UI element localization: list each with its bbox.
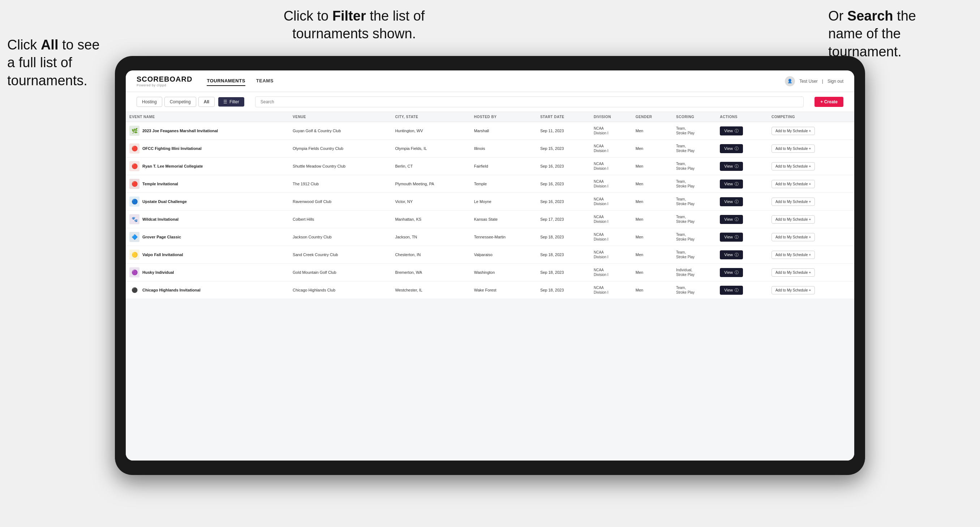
cell-date-2: Sep 16, 2023: [537, 157, 590, 175]
view-button-5[interactable]: View ⓘ: [720, 215, 743, 224]
add-schedule-btn-7[interactable]: Add to My Schedule +: [772, 251, 815, 259]
cell-hosted-0: Marshall: [471, 122, 537, 140]
cell-actions-8: View ⓘ: [716, 264, 768, 281]
cell-hosted-7: Valparaiso: [471, 246, 537, 264]
view-button-8[interactable]: View ⓘ: [720, 268, 743, 277]
logo-sub: Powered by clippd: [137, 83, 192, 87]
cell-city-7: Chesterton, IN: [391, 246, 470, 264]
annotation-left: Click All to see a full list of tourname…: [7, 36, 123, 90]
col-city-state: CITY, STATE: [391, 112, 470, 122]
nav-tab-teams[interactable]: TEAMS: [256, 76, 274, 86]
tournaments-table: EVENT NAME VENUE CITY, STATE HOSTED BY S…: [126, 112, 854, 299]
view-button-7[interactable]: View ⓘ: [720, 250, 743, 259]
col-start-date: START DATE: [537, 112, 590, 122]
team-logo-3: 🔴: [129, 179, 140, 189]
cell-gender-7: Men: [632, 246, 673, 264]
cell-scoring-4: Team,Stroke Play: [673, 193, 716, 211]
annotation-top-center: Click to Filter the list oftournaments s…: [246, 7, 463, 43]
cell-venue-4: Ravenwood Golf Club: [289, 193, 391, 211]
sign-out-link[interactable]: Sign out: [827, 79, 843, 84]
cell-competing-2: Add to My Schedule +: [768, 157, 854, 175]
event-name-3: Temple Invitational: [142, 182, 178, 186]
cell-division-1: NCAADivision I: [590, 140, 632, 157]
create-button[interactable]: + Create: [815, 97, 843, 107]
view-button-3[interactable]: View ⓘ: [720, 179, 743, 189]
header-separator: |: [822, 79, 823, 84]
cell-actions-4: View ⓘ: [716, 193, 768, 211]
nav-tabs: TOURNAMENTS TEAMS: [207, 76, 785, 86]
cell-gender-1: Men: [632, 140, 673, 157]
cell-date-1: Sep 15, 2023: [537, 140, 590, 157]
col-gender: GENDER: [632, 112, 673, 122]
event-name-5: Wildcat Invitational: [142, 217, 178, 221]
cell-gender-2: Men: [632, 157, 673, 175]
view-button-4[interactable]: View ⓘ: [720, 197, 743, 206]
view-button-1[interactable]: View ⓘ: [720, 144, 743, 153]
filter-button[interactable]: ☰ Filter: [218, 97, 244, 106]
add-schedule-btn-6[interactable]: Add to My Schedule +: [772, 233, 815, 241]
view-button-6[interactable]: View ⓘ: [720, 233, 743, 242]
add-schedule-btn-4[interactable]: Add to My Schedule +: [772, 198, 815, 206]
view-button-0[interactable]: View ⓘ: [720, 126, 743, 135]
team-logo-2: 🔴: [129, 161, 140, 171]
cell-venue-1: Olympia Fields Country Club: [289, 140, 391, 157]
table-container: EVENT NAME VENUE CITY, STATE HOSTED BY S…: [126, 112, 854, 460]
col-competing: COMPETING: [768, 112, 854, 122]
cell-date-5: Sep 17, 2023: [537, 211, 590, 228]
cell-gender-4: Men: [632, 193, 673, 211]
nav-tab-tournaments[interactable]: TOURNAMENTS: [207, 76, 245, 86]
view-button-2[interactable]: View ⓘ: [720, 162, 743, 171]
filter-icon: ☰: [223, 99, 227, 105]
add-schedule-btn-5[interactable]: Add to My Schedule +: [772, 215, 815, 224]
toolbar: Hosting Competing All ☰ Filter + Create: [126, 92, 854, 112]
cell-actions-5: View ⓘ: [716, 211, 768, 228]
cell-date-7: Sep 18, 2023: [537, 246, 590, 264]
cell-competing-1: Add to My Schedule +: [768, 140, 854, 157]
cell-hosted-9: Wake Forest: [471, 281, 537, 299]
info-icon-9: ⓘ: [735, 287, 738, 293]
cell-division-5: NCAADivision I: [590, 211, 632, 228]
cell-city-9: Westchester, IL: [391, 281, 470, 299]
cell-gender-5: Men: [632, 211, 673, 228]
event-name-6: Grover Page Classic: [142, 235, 181, 239]
cell-hosted-3: Temple: [471, 175, 537, 193]
add-schedule-btn-1[interactable]: Add to My Schedule +: [772, 144, 815, 153]
competing-tab-btn[interactable]: Competing: [164, 97, 196, 107]
all-tab-btn[interactable]: All: [198, 97, 215, 107]
add-schedule-btn-3[interactable]: Add to My Schedule +: [772, 180, 815, 188]
table-row: 🔴 Temple Invitational The 1912 Club Plym…: [126, 175, 854, 193]
col-event-name: EVENT NAME: [126, 112, 289, 122]
info-icon-3: ⓘ: [735, 181, 738, 187]
cell-scoring-6: Team,Stroke Play: [673, 228, 716, 246]
cell-venue-8: Gold Mountain Golf Club: [289, 264, 391, 281]
add-schedule-btn-9[interactable]: Add to My Schedule +: [772, 286, 815, 294]
table-row: 🐾 Wildcat Invitational Colbert Hills Man…: [126, 211, 854, 228]
add-schedule-btn-0[interactable]: Add to My Schedule +: [772, 127, 815, 135]
table-header-row: EVENT NAME VENUE CITY, STATE HOSTED BY S…: [126, 112, 854, 122]
cell-division-4: NCAADivision I: [590, 193, 632, 211]
cell-city-5: Manhattan, KS: [391, 211, 470, 228]
cell-competing-0: Add to My Schedule +: [768, 122, 854, 140]
event-name-9: Chicago Highlands Invitational: [142, 288, 200, 292]
search-input[interactable]: [255, 97, 804, 107]
cell-competing-6: Add to My Schedule +: [768, 228, 854, 246]
cell-city-1: Olympia Fields, IL: [391, 140, 470, 157]
col-division: DIVISION: [590, 112, 632, 122]
col-hosted-by: HOSTED BY: [471, 112, 537, 122]
add-schedule-btn-8[interactable]: Add to My Schedule +: [772, 268, 815, 277]
cell-actions-0: View ⓘ: [716, 122, 768, 140]
cell-actions-1: View ⓘ: [716, 140, 768, 157]
cell-event-5: 🐾 Wildcat Invitational: [126, 211, 289, 228]
add-schedule-btn-2[interactable]: Add to My Schedule +: [772, 162, 815, 170]
cell-scoring-3: Team,Stroke Play: [673, 175, 716, 193]
team-logo-0: 🌿: [129, 126, 140, 136]
cell-competing-5: Add to My Schedule +: [768, 211, 854, 228]
cell-city-8: Bremerton, WA: [391, 264, 470, 281]
cell-event-3: 🔴 Temple Invitational: [126, 175, 289, 193]
view-button-9[interactable]: View ⓘ: [720, 286, 743, 295]
cell-actions-6: View ⓘ: [716, 228, 768, 246]
cell-actions-3: View ⓘ: [716, 175, 768, 193]
col-actions: ACTIONS: [716, 112, 768, 122]
cell-division-7: NCAADivision I: [590, 246, 632, 264]
hosting-tab-btn[interactable]: Hosting: [137, 97, 162, 107]
